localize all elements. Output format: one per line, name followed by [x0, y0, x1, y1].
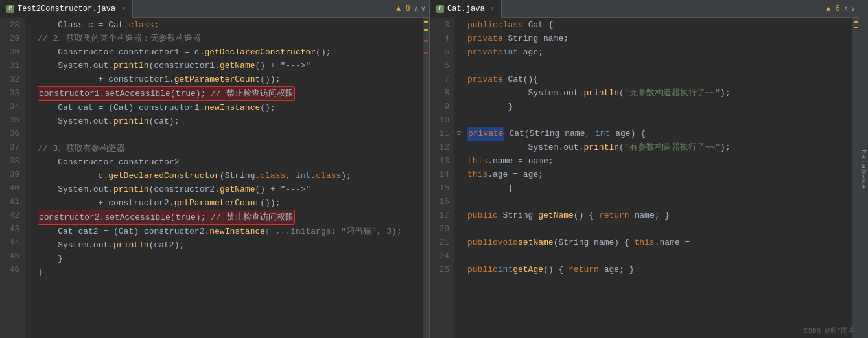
left-gutter [25, 18, 34, 338]
right-tab-label: Cat.java [447, 5, 485, 14]
right-warning-badge: ▲ 6 [826, 5, 840, 14]
database-sidebar[interactable]: Database [859, 0, 868, 338]
scroll-mark-1 [424, 21, 428, 23]
right-nav-down[interactable]: ∨ [850, 5, 855, 13]
editor-container: C Test2Constructor.java × ▲ 8 ∧ ∨ 282930… [0, 0, 868, 338]
right-pane: C Cat.java × ▲ 6 ∧ ∨ 3456789101112131415… [430, 0, 859, 338]
right-code-content[interactable]: public class Cat { private String name; … [463, 18, 852, 338]
right-scrollbar[interactable] [852, 18, 859, 338]
left-tab-bar: C Test2Constructor.java × ▲ 8 ∧ ∨ [0, 0, 429, 18]
right-code-area: 3456789101112131415161720212425 ▽ public… [430, 18, 859, 338]
scroll-mark-3 [424, 40, 428, 42]
database-sidebar-label: Database [860, 150, 867, 189]
left-code-content[interactable]: Class c = Cat.class; // 2、获取类的某个构造器：无参数构… [34, 18, 423, 338]
left-tab-label: Test2Constructor.java [18, 5, 115, 14]
right-nav-up[interactable]: ∧ [844, 5, 849, 13]
right-scroll-mark-2 [854, 27, 858, 28]
left-line-numbers: 28293031323334353637383940414243444546 [0, 18, 25, 338]
scroll-mark-2 [424, 29, 428, 31]
left-scrollbar[interactable] [423, 18, 429, 338]
right-tab[interactable]: C Cat.java × [430, 0, 502, 18]
left-nav-down[interactable]: ∨ [421, 5, 425, 13]
right-scroll-mark-1 [854, 21, 858, 23]
left-tab[interactable]: C Test2Constructor.java × [0, 0, 133, 18]
watermark: CSDN @听*雨声 [804, 326, 855, 335]
left-tab-icon: C [6, 5, 14, 13]
right-line-numbers: 3456789101112131415161720212425 [430, 18, 454, 338]
right-gutter: ▽ [454, 18, 463, 338]
left-pane: C Test2Constructor.java × ▲ 8 ∧ ∨ 282930… [0, 0, 430, 338]
right-tab-bar: C Cat.java × ▲ 6 ∧ ∨ [430, 0, 859, 18]
left-tab-close[interactable]: × [121, 5, 126, 13]
left-warning-badge: ▲ 8 [396, 5, 410, 14]
scroll-mark-4 [424, 52, 428, 54]
left-code-area: 28293031323334353637383940414243444546 C… [0, 18, 429, 338]
left-nav-up[interactable]: ∧ [414, 5, 419, 13]
right-tab-icon: C [436, 5, 444, 13]
right-tab-close[interactable]: × [491, 5, 495, 13]
